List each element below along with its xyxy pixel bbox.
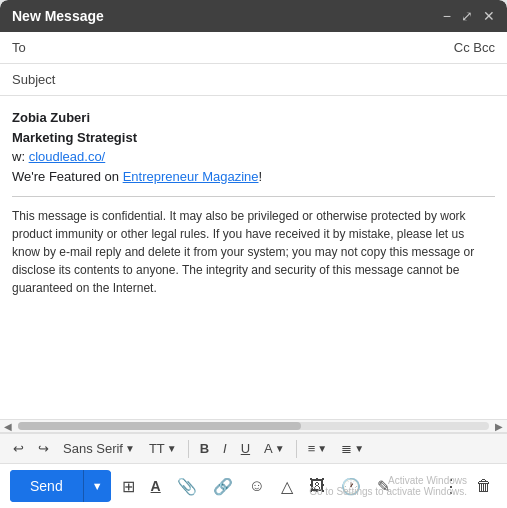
more-options-button[interactable]: ⋮: [437, 470, 465, 502]
emoji-icon: ☺: [249, 477, 265, 495]
more-time-icon: 🕐: [341, 477, 361, 496]
drive-button[interactable]: △: [276, 472, 298, 501]
underline-button[interactable]: U: [236, 438, 255, 459]
subject-label: Subject: [12, 72, 57, 87]
photo-button[interactable]: 🖼: [304, 472, 330, 500]
text-format-icon: A: [151, 478, 161, 494]
sig-web: w: cloudlead.co/: [12, 147, 495, 167]
send-dropdown-button[interactable]: ▼: [84, 472, 111, 500]
size-label: TT: [149, 441, 165, 456]
scroll-track[interactable]: [18, 422, 489, 430]
scroll-thumb[interactable]: [18, 422, 301, 430]
body-area[interactable]: Zobia Zuberi Marketing Strategist w: clo…: [0, 96, 507, 419]
font-color-dropdown-icon: ▼: [275, 443, 285, 454]
to-input[interactable]: [57, 40, 454, 55]
attach-icon: 📎: [177, 477, 197, 496]
align-button[interactable]: ≡ ▼: [303, 438, 333, 459]
subject-input[interactable]: [57, 72, 495, 87]
format-options-button[interactable]: ⊞: [117, 472, 140, 501]
scroll-left-arrow[interactable]: ◀: [2, 421, 14, 432]
photo-icon: 🖼: [309, 477, 325, 495]
list-button[interactable]: ≣ ▼: [336, 438, 369, 459]
format-grid-icon: ⊞: [122, 477, 135, 496]
list-dropdown-icon: ▼: [354, 443, 364, 454]
trash-icon: 🗑: [476, 477, 492, 494]
cc-bcc-button[interactable]: Cc Bcc: [454, 40, 495, 55]
toolbar-divider-2: [296, 440, 297, 458]
align-dropdown-icon: ▼: [317, 443, 327, 454]
discard-button[interactable]: 🗑: [471, 472, 497, 500]
sig-featured-suffix: !: [259, 169, 263, 184]
window-title: New Message: [12, 8, 104, 24]
text-format-button[interactable]: A: [146, 473, 166, 499]
to-label: To: [12, 40, 57, 55]
sig-featured-text: We're Featured on: [12, 169, 123, 184]
send-button[interactable]: Send: [10, 470, 84, 502]
font-dropdown-icon: ▼: [125, 443, 135, 454]
header-fields: To Cc Bcc Subject: [0, 32, 507, 96]
link-icon: 🔗: [213, 477, 233, 496]
signature-button[interactable]: ✎: [372, 472, 395, 501]
list-icon: ≣: [341, 441, 352, 456]
sig-web-link[interactable]: cloudlead.co/: [29, 149, 106, 164]
drive-icon: △: [281, 477, 293, 496]
more-options-icon: ⋮: [442, 476, 460, 496]
font-color-button[interactable]: A ▼: [259, 438, 290, 459]
sig-web-label: w:: [12, 149, 25, 164]
align-icon: ≡: [308, 441, 316, 456]
redo-button[interactable]: ↪: [33, 438, 54, 459]
sig-name: Zobia Zuberi: [12, 108, 495, 128]
font-color-label: A: [264, 441, 273, 456]
sig-featured-link[interactable]: Entrepreneur Magazine: [123, 169, 259, 184]
signature-block: Zobia Zuberi Marketing Strategist w: clo…: [12, 108, 495, 186]
signature-divider: [12, 196, 495, 197]
confidential-text: This message is confidential. It may als…: [12, 207, 495, 297]
undo-button[interactable]: ↩: [8, 438, 29, 459]
size-selector[interactable]: TT ▼: [144, 438, 182, 459]
sig-title: Marketing Strategist: [12, 128, 495, 148]
toolbar-divider-1: [188, 440, 189, 458]
size-dropdown-icon: ▼: [167, 443, 177, 454]
expand-button[interactable]: ⤢: [461, 9, 473, 23]
sig-featured: We're Featured on Entrepreneur Magazine!: [12, 167, 495, 187]
link-button[interactable]: 🔗: [208, 472, 238, 501]
bottom-bar: Send ▼ ⊞ A 📎 🔗 ☺ △ 🖼 🕐 ✎ Act: [0, 464, 507, 508]
subject-row: Subject: [0, 64, 507, 95]
send-button-group: Send ▼: [10, 470, 111, 502]
horizontal-scrollbar[interactable]: ◀ ▶: [0, 419, 507, 433]
scroll-right-arrow[interactable]: ▶: [493, 421, 505, 432]
minimize-button[interactable]: −: [443, 9, 451, 23]
close-button[interactable]: ✕: [483, 9, 495, 23]
title-bar-actions: − ⤢ ✕: [443, 9, 495, 23]
attach-button[interactable]: 📎: [172, 472, 202, 501]
italic-button[interactable]: I: [218, 438, 232, 459]
to-row: To Cc Bcc: [0, 32, 507, 64]
font-label: Sans Serif: [63, 441, 123, 456]
font-selector[interactable]: Sans Serif ▼: [58, 438, 140, 459]
emoji-button[interactable]: ☺: [244, 472, 270, 500]
compose-window: New Message − ⤢ ✕ To Cc Bcc Subject Zobi…: [0, 0, 507, 508]
formatting-toolbar: ↩ ↪ Sans Serif ▼ TT ▼ B I U A ▼ ≡ ▼ ≣ ▼: [0, 433, 507, 464]
bold-button[interactable]: B: [195, 438, 214, 459]
more-time-button[interactable]: 🕐: [336, 472, 366, 501]
title-bar: New Message − ⤢ ✕: [0, 0, 507, 32]
signature-icon: ✎: [377, 477, 390, 496]
